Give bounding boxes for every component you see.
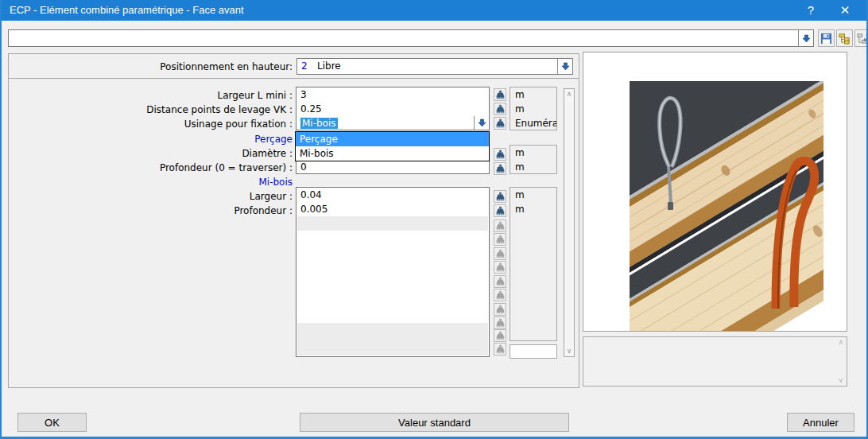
description-box[interactable]: ∧ ∨ [583,336,847,387]
measure-icon-button[interactable] [494,162,506,175]
help-button[interactable]: ? [799,0,823,21]
unit-group-1: m m Enumérat [510,87,557,130]
measure-stamp-icon [495,305,506,315]
largeur-input[interactable]: 0.04 [296,188,489,202]
profondeur-traverser-input[interactable]: 0 [296,160,489,174]
measure-icon-button[interactable] [494,88,506,101]
largeur-l-mini-label: Largeur L mini : [9,88,293,103]
dropdown-option-mibois[interactable]: Mi-bois [296,146,489,161]
unit-value: m [510,102,556,116]
measure-stamp-icon [495,235,506,245]
positioning-value: Libre [317,59,341,74]
unit-group-3: m m [510,187,557,341]
measure-stamp-icon [495,318,506,328]
distance-levage-label: Distance points de levage VK : [9,103,293,117]
measure-stamp-icon [495,192,506,202]
unit-group-2: m m [510,145,557,174]
measure-icon-button-disabled [494,233,506,246]
measure-stamp-icon [495,277,506,287]
distance-levage-input[interactable]: 0.25 [296,102,489,116]
measure-icon-button[interactable] [494,117,506,130]
measure-icon-button[interactable] [494,204,506,217]
measure-stamp-icon [495,206,506,216]
dialog-window: ECP - Elément combiné paramétrique - Fac… [0,0,868,439]
diametre-label: Diamètre : [9,146,293,161]
empty-row [297,216,488,231]
unit-value: m [510,87,556,102]
save-icon [820,33,832,45]
positioning-index: 2 [301,59,308,74]
value-group-1: 3 0.25 Mi-bois [296,87,490,130]
measure-stamp-icon [495,118,506,129]
unit-value: Enumérat [510,116,556,130]
preview-panel [583,52,847,332]
measure-icon-button-disabled [494,261,506,274]
usinage-fixation-combo[interactable]: Mi-bois [296,116,489,130]
ok-button[interactable]: OK [17,413,87,432]
hierarchy-icon [839,33,851,45]
measure-stamp-icon [495,262,506,273]
positioning-label: Positionnement en hauteur: [9,60,293,74]
profondeur-input[interactable]: 0.005 [296,202,489,216]
measure-stamp-icon [495,90,506,100]
measure-icon-button-disabled [494,247,506,260]
hierarchy-transfer-button[interactable] [854,29,868,47]
measure-icon-button-disabled [494,343,506,355]
positioning-combo[interactable]: 2 Libre [296,58,573,75]
section-divider [9,78,579,79]
scroll-up-icon[interactable]: ∧ [564,91,574,98]
chevron-down-icon [478,118,486,127]
standard-value-button[interactable]: Valeur standard [300,413,569,432]
profondeur-label: Profondeur : [9,204,293,218]
scroll-up-icon[interactable]: ∧ [838,339,843,346]
save-button[interactable] [818,29,835,47]
largeur-label: Largeur : [9,189,293,204]
measure-icon-button-disabled [494,317,506,329]
window-title: ECP - Elément combiné paramétrique - Fac… [10,0,244,21]
preset-combo-dropdown-button[interactable] [798,30,813,46]
measure-icon-button-disabled [494,275,506,288]
scroll-down-icon[interactable]: ∨ [838,377,843,384]
usinage-dropdown-button[interactable] [474,116,489,130]
usinage-fixation-value: Mi-bois [300,118,338,129]
preset-combo[interactable] [8,29,814,47]
chevron-down-icon [561,62,570,71]
positioning-dropdown-button[interactable] [557,59,572,74]
measure-stamp-icon [495,249,506,259]
hierarchy-transfer-icon [857,33,868,45]
measure-stamp-icon [495,344,506,355]
measure-icon-button-disabled [494,303,506,316]
unit-value: m [510,202,556,216]
title-bar[interactable]: ECP - Elément combiné paramétrique - Fac… [2,0,866,21]
mibois-section-label: Mi-bois [9,175,293,189]
measure-icon-button-disabled [494,289,506,301]
preset-combo-value [9,33,13,44]
parameters-panel: Positionnement en hauteur: 2 Libre Large… [8,53,579,388]
usinage-fixation-label: Usinage pour fixation : [9,117,293,131]
chevron-down-icon [802,34,811,43]
percage-section-label: Perçage [9,132,293,146]
largeur-l-mini-input[interactable]: 3 [296,87,489,102]
measure-icon-button-disabled [494,329,506,342]
close-button[interactable]: ✕ [833,0,857,21]
panel-3d-preview [583,52,847,331]
hierarchy-button[interactable] [836,29,853,47]
measure-icon-button[interactable] [494,148,506,161]
form-scrollbar[interactable]: ∧ ∨ [564,88,575,357]
scroll-down-icon[interactable]: ∨ [564,348,574,355]
measure-stamp-icon [495,164,506,174]
cancel-button[interactable]: Annuler [787,413,854,432]
empty-area [297,323,488,355]
measure-icon-button[interactable] [494,190,506,203]
measure-stamp-icon [495,331,506,341]
measure-icon-button[interactable] [494,103,506,115]
unit-value: m [510,188,556,202]
dropdown-option-percage[interactable]: Perçage [296,132,489,146]
measure-stamp-icon [495,221,506,231]
profondeur-traverser-label: Profondeur (0 = traverser) : [9,161,293,175]
value-group-3: 0.04 0.005 [296,187,490,357]
measure-stamp-icon [495,290,506,301]
unit-group-empty [510,344,557,359]
measure-stamp-icon [495,150,506,160]
unit-value: m [510,160,556,174]
